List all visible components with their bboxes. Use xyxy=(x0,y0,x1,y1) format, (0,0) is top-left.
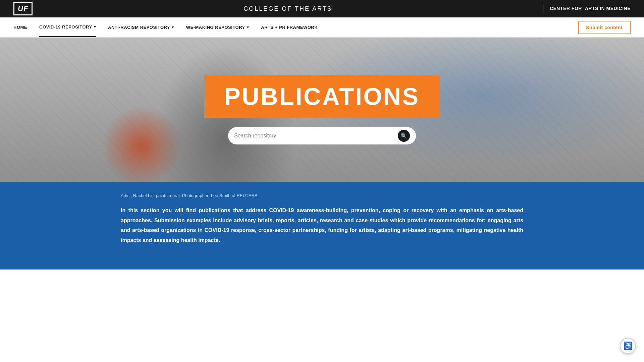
nav-item-wemaking[interactable]: WE-MAKING REPOSITORY ▾ xyxy=(186,17,249,37)
chevron-down-icon: ▾ xyxy=(94,25,96,29)
chevron-down-icon: ▾ xyxy=(247,25,249,29)
photo-caption: Artist, Rachel List paints mural. Photog… xyxy=(121,193,523,198)
section-description: In this section you will find publicatio… xyxy=(121,205,523,245)
search-button[interactable]: 🔍 xyxy=(398,130,410,142)
nav-item-home[interactable]: HOME xyxy=(13,17,27,37)
hero-section: PUBLICATIONS 🔍 xyxy=(0,38,644,182)
nav-links: HOME COVID-19 REPOSITORY ▾ ANTI-RACISM R… xyxy=(13,17,318,37)
nav-item-artsph[interactable]: ARTS + PH FRAMEWORK xyxy=(261,17,318,37)
page-title: PUBLICATIONS xyxy=(224,83,420,110)
search-bar: 🔍 xyxy=(228,127,416,144)
hero-content: PUBLICATIONS 🔍 xyxy=(0,38,644,182)
uf-logo-area: UF xyxy=(13,2,33,15)
hero-title-box: PUBLICATIONS xyxy=(204,75,440,118)
center-bold: ARTS IN MEDICINE xyxy=(585,6,631,11)
search-input[interactable] xyxy=(234,133,394,139)
blue-section: Artist, Rachel List paints mural. Photog… xyxy=(0,182,644,269)
uf-logo: UF xyxy=(13,2,33,15)
center-title: Center for ARTS IN MEDICINE xyxy=(543,4,631,14)
accessibility-button[interactable]: ♿ xyxy=(620,338,636,354)
search-icon: 🔍 xyxy=(400,133,407,139)
nav-item-covid19[interactable]: COVID-19 REPOSITORY ▾ xyxy=(39,17,96,37)
nav-item-antiracism[interactable]: ANTI-RACISM REPOSITORY ▾ xyxy=(108,17,174,37)
chevron-down-icon: ▾ xyxy=(172,25,174,29)
top-bar: UF COLLEGE OF THE ARTS Center for ARTS I… xyxy=(0,0,644,17)
center-label: Center for xyxy=(550,6,582,11)
nav-bar: HOME COVID-19 REPOSITORY ▾ ANTI-RACISM R… xyxy=(0,17,644,38)
submit-content-button[interactable]: Submit content xyxy=(578,21,631,34)
college-title: COLLEGE OF THE ARTS xyxy=(244,5,332,12)
